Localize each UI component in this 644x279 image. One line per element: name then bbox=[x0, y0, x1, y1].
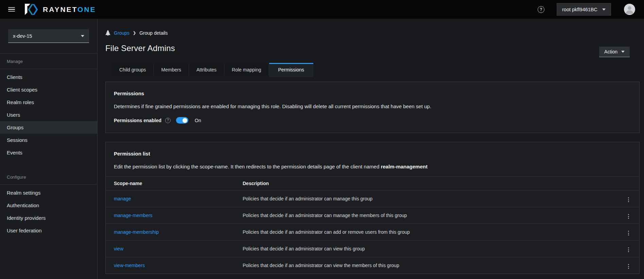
permission-table: Scope-name Description manage Policies t… bbox=[106, 176, 639, 274]
tab-permissions[interactable]: Permissions bbox=[269, 63, 313, 77]
permissions-enabled-label: Permissions enabled bbox=[114, 118, 161, 123]
action-dropdown-button[interactable]: Action bbox=[599, 47, 630, 57]
tree-icon bbox=[105, 30, 110, 36]
breadcrumb-link-groups[interactable]: Groups bbox=[114, 30, 129, 36]
sidebar-item-user-federation[interactable]: User federation bbox=[0, 224, 97, 237]
main-content: Groups ❯ Group details File Server Admin… bbox=[98, 19, 644, 279]
column-header-actions bbox=[617, 177, 639, 191]
brand-name: RAYNETONE bbox=[43, 5, 96, 14]
breadcrumb-current: Group details bbox=[139, 30, 168, 36]
permission-list-card: Permission list Edit the permission list… bbox=[105, 142, 640, 274]
toggle-state-label: On bbox=[195, 118, 201, 123]
sidebar-item-events[interactable]: Events bbox=[0, 146, 97, 159]
breadcrumb: Groups ❯ Group details bbox=[105, 30, 640, 36]
kebab-menu-icon[interactable] bbox=[626, 196, 631, 203]
permission-list-title: Permission list bbox=[114, 151, 631, 157]
permissions-card-description: Determines if fine grained permissions a… bbox=[114, 103, 631, 110]
table-row: view-members Policies that decide if an … bbox=[106, 257, 639, 274]
client-name-emphasis: realm-management bbox=[381, 164, 428, 169]
kebab-menu-icon[interactable] bbox=[626, 263, 631, 270]
permissions-card-title: Permissions bbox=[114, 91, 631, 96]
sidebar-item-realm-roles[interactable]: Realm roles bbox=[0, 96, 97, 109]
app-header: RAYNETONE ? root pkfl9461BC bbox=[0, 0, 644, 19]
kebab-menu-icon[interactable] bbox=[626, 213, 631, 220]
brand-logo-icon bbox=[24, 4, 39, 15]
scope-link-view-members[interactable]: view-members bbox=[114, 263, 145, 268]
hamburger-menu-icon[interactable] bbox=[5, 3, 18, 16]
column-header-description: Description bbox=[234, 177, 617, 191]
scope-description: Policies that decide if an administrator… bbox=[234, 224, 617, 241]
help-icon[interactable]: ? bbox=[538, 6, 544, 13]
table-row: manage-members Policies that decide if a… bbox=[106, 207, 639, 224]
kebab-menu-icon[interactable] bbox=[626, 246, 631, 253]
table-row: manage Policies that decide if an admini… bbox=[106, 191, 639, 207]
sidebar-item-clients[interactable]: Clients bbox=[0, 71, 97, 83]
permissions-card: Permissions Determines if fine grained p… bbox=[105, 82, 640, 133]
chevron-down-icon bbox=[621, 51, 625, 53]
sidebar-item-authentication[interactable]: Authentication bbox=[0, 199, 97, 212]
kebab-menu-icon[interactable] bbox=[626, 229, 631, 237]
column-header-scope-name: Scope-name bbox=[106, 177, 234, 191]
sidebar-item-users[interactable]: Users bbox=[0, 109, 97, 121]
tab-members[interactable]: Members bbox=[154, 64, 189, 76]
table-header-row: Scope-name Description bbox=[106, 177, 639, 191]
action-button-label: Action bbox=[604, 49, 617, 54]
sidebar: x-dev-15 Manage Clients Client scopes Re… bbox=[0, 19, 98, 279]
table-row: view Policies that decide if an administ… bbox=[106, 241, 639, 257]
chevron-down-icon bbox=[602, 9, 606, 11]
scope-link-manage-members[interactable]: manage-members bbox=[114, 213, 153, 218]
scope-description: Policies that decide if an administrator… bbox=[234, 207, 617, 224]
nav-section-manage: Manage bbox=[0, 54, 97, 69]
scope-description: Policies that decide if an administrator… bbox=[234, 241, 617, 257]
tab-attributes[interactable]: Attributes bbox=[189, 64, 224, 76]
tab-bar: Child groups Members Attributes Role map… bbox=[112, 63, 640, 76]
scope-description: Policies that decide if an administrator… bbox=[234, 191, 617, 207]
user-menu-dropdown[interactable]: root pkfl9461BC bbox=[557, 3, 611, 16]
sidebar-item-client-scopes[interactable]: Client scopes bbox=[0, 83, 97, 96]
tab-role-mapping[interactable]: Role mapping bbox=[224, 64, 269, 76]
realm-selector-value: x-dev-15 bbox=[13, 33, 32, 39]
realm-selector[interactable]: x-dev-15 bbox=[8, 29, 89, 43]
sidebar-item-realm-settings[interactable]: Realm settings bbox=[0, 186, 97, 199]
permissions-enabled-toggle[interactable] bbox=[176, 117, 188, 124]
scope-link-manage[interactable]: manage bbox=[114, 196, 131, 201]
help-icon[interactable]: ? bbox=[165, 118, 171, 123]
permission-list-description: Edit the permission list by clicking the… bbox=[114, 163, 631, 170]
scope-link-view[interactable]: view bbox=[114, 246, 123, 251]
user-menu-label: root pkfl9461BC bbox=[562, 7, 597, 12]
sidebar-item-identity-providers[interactable]: Identity providers bbox=[0, 212, 97, 224]
tab-child-groups[interactable]: Child groups bbox=[112, 64, 154, 76]
sidebar-item-groups[interactable]: Groups bbox=[0, 121, 97, 134]
nav-section-configure: Configure bbox=[0, 169, 97, 184]
brand-logo: RAYNETONE bbox=[24, 4, 96, 15]
page-title: File Server Admins bbox=[105, 44, 640, 53]
scope-link-manage-membership[interactable]: manage-membership bbox=[114, 229, 159, 235]
sidebar-item-sessions[interactable]: Sessions bbox=[0, 134, 97, 146]
table-row: manage-membership Policies that decide i… bbox=[106, 224, 639, 241]
scope-description: Policies that decide if an administrator… bbox=[234, 257, 617, 274]
chevron-right-icon: ❯ bbox=[133, 31, 136, 35]
chevron-down-icon bbox=[81, 35, 84, 37]
user-avatar[interactable] bbox=[624, 4, 635, 15]
